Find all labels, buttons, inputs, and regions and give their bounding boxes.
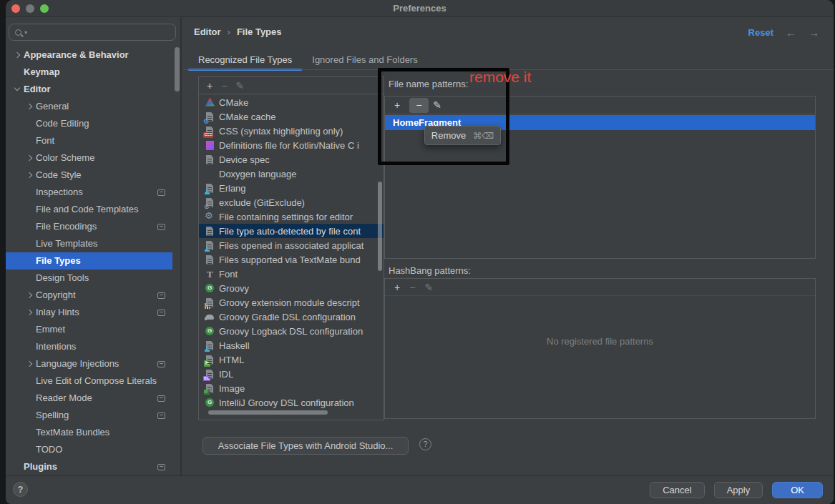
sidebar-item-todo[interactable]: TODO (6, 441, 172, 458)
file-type-label: Files supported via TextMate bund (219, 255, 361, 265)
file-type-label: CMake (219, 97, 248, 108)
chart-icon (205, 297, 215, 308)
chevron-expanded-icon[interactable] (14, 85, 20, 91)
file-type-row[interactable]: HHTML (199, 352, 384, 367)
sidebar-item-live-edit-of-compose-literals[interactable]: Live Edit of Compose Literals (6, 372, 172, 390)
hashbang-patterns-label: HashBang patterns: (389, 265, 471, 276)
ok-button[interactable]: OK (772, 482, 823, 498)
sidebar-item-label: Design Tools (36, 270, 89, 287)
sidebar-item-file-and-code-templates[interactable]: File and Code Templates (6, 201, 172, 218)
sidebar-item-appearance-behavior[interactable]: Appearance & Behavior (6, 46, 172, 64)
sidebar-item-intentions[interactable]: Intentions (6, 338, 172, 355)
file-type-row[interactable]: Doxygen language (199, 167, 384, 181)
chevron-collapsed-icon[interactable] (26, 361, 32, 367)
reset-link[interactable]: Reset (748, 27, 773, 38)
file-type-row[interactable]: Definitions file for Kotlin/Native C i (199, 138, 384, 152)
file-name-patterns-panel: + − ✎ HomeFragment (384, 96, 816, 259)
file-type-row[interactable]: IntelliJ Groovy DSL configuration (199, 395, 384, 410)
chevron-collapsed-icon[interactable] (26, 310, 32, 315)
file-type-row[interactable]: Groovy Logback DSL configuration (199, 324, 384, 338)
file-icon (205, 226, 215, 237)
sidebar-item-font[interactable]: Font (6, 132, 172, 149)
sidebar-item-file-types[interactable]: File Types (6, 252, 172, 270)
context-menu-remove[interactable]: Remove (431, 130, 466, 141)
file-type-row[interactable]: Haskell (199, 338, 384, 352)
file-type-row[interactable]: Erlang (199, 181, 384, 195)
sidebar-item-reader-mode[interactable]: Reader Mode (6, 390, 172, 407)
context-menu-shortcut: ⌘⌫ (473, 131, 494, 141)
help-button[interactable]: ? (13, 482, 28, 497)
preferences-dialog: Preferences ▾ Appearance & BehaviorKeyma… (6, 0, 834, 504)
sidebar-item-keymap[interactable]: Keymap (6, 64, 172, 81)
file-type-label: Font (219, 269, 238, 280)
file-gear-icon: ⚙ (205, 112, 215, 122)
file-type-label: Groovy Gradle DSL configuration (219, 312, 356, 322)
cancel-button[interactable]: Cancel (650, 482, 704, 498)
file-type-row[interactable]: Files supported via TextMate bund (199, 252, 384, 267)
sidebar-item-code-editing[interactable]: Code Editing (6, 115, 172, 132)
chevron-collapsed-icon[interactable] (26, 292, 32, 298)
settings-badge-icon (157, 395, 165, 402)
file-type-row[interactable]: File type auto-detected by file cont (199, 224, 384, 238)
sidebar-item-general[interactable]: General (6, 98, 172, 115)
file-type-row[interactable]: Font (199, 267, 384, 281)
sidebar-item-inlay-hints[interactable]: Inlay Hints (6, 304, 172, 321)
sidebar-item-emmet[interactable]: Emmet (6, 321, 172, 338)
file-type-row[interactable]: Groovy (199, 281, 384, 295)
chevron-collapsed-icon[interactable] (26, 172, 32, 178)
back-arrow-icon[interactable]: ← (786, 26, 796, 39)
file-type-label: Haskell (219, 340, 250, 351)
file-type-row[interactable]: CSSCSS (syntax highlighting only) (199, 124, 384, 138)
file-type-row[interactable]: CMake (199, 95, 384, 109)
hashbang-patterns-panel: + − ✎ No registered file patterns (384, 278, 816, 419)
tab-recognized-file-types[interactable]: Recognized File Types (188, 51, 302, 70)
edit-pattern-icon[interactable]: ✎ (433, 100, 441, 110)
sidebar-item-label: Plugins (24, 458, 57, 475)
groovy-icon (205, 326, 215, 337)
remove-pattern-icon[interactable]: − (409, 98, 429, 113)
file-type-row[interactable]: ⊘exclude (GitExclude) (199, 195, 384, 209)
sidebar-item-inspections[interactable]: Inspections (6, 184, 172, 201)
settings-tree: Appearance & BehaviorKeymapEditorGeneral… (6, 46, 180, 475)
sidebar-item-design-tools[interactable]: Design Tools (6, 270, 172, 287)
forward-arrow-icon[interactable]: → (809, 26, 819, 39)
sidebar-item-language-injections[interactable]: Language Injections (6, 355, 172, 372)
file-type-row[interactable]: Groovy extension module descript (199, 295, 384, 310)
file-type-row[interactable]: IDLIDL (199, 367, 384, 381)
sidebar-item-copyright[interactable]: Copyright (6, 287, 172, 304)
file-type-row[interactable]: Groovy Gradle DSL configuration (199, 310, 384, 324)
edit-file-type-icon: ✎ (235, 81, 244, 91)
tab-ignored-files-and-folders[interactable]: Ignored Files and Folders (302, 51, 427, 70)
sidebar-scrollbar[interactable] (175, 47, 180, 92)
breadcrumb-editor[interactable]: Editor (194, 26, 221, 37)
chevron-collapsed-icon[interactable] (14, 52, 20, 58)
sidebar-item-live-templates[interactable]: Live Templates (6, 235, 172, 252)
search-input[interactable]: ▾ (9, 24, 176, 41)
file-exclude-icon: ⊘ (205, 197, 215, 208)
sidebar-item-file-encodings[interactable]: File Encodings (6, 218, 172, 235)
sidebar-item-plugins[interactable]: Plugins (6, 458, 172, 475)
sidebar-item-spelling[interactable]: Spelling (6, 407, 172, 424)
apply-button[interactable]: Apply (714, 482, 763, 498)
chevron-collapsed-icon[interactable] (26, 155, 32, 161)
file-types-vertical-scrollbar[interactable] (378, 182, 382, 271)
sidebar-item-color-scheme[interactable]: Color Scheme (6, 149, 172, 167)
file-type-row[interactable]: File containing settings for editor (199, 209, 384, 224)
file-type-row[interactable]: Image (199, 381, 384, 395)
file-type-row[interactable]: Files opened in associated applicat (199, 238, 384, 252)
add-file-type-icon[interactable]: + (207, 81, 213, 91)
title-bar: Preferences (6, 0, 834, 17)
associate-help-icon[interactable]: ? (419, 438, 431, 450)
sidebar-item-label: General (36, 98, 69, 115)
file-type-row[interactable]: Device spec (199, 152, 384, 167)
sidebar-item-editor[interactable]: Editor (6, 81, 172, 98)
chevron-collapsed-icon[interactable] (26, 104, 32, 109)
sidebar-item-textmate-bundles[interactable]: TextMate Bundles (6, 424, 172, 441)
add-pattern-icon[interactable]: + (394, 100, 400, 110)
add-hashbang-icon[interactable]: + (394, 282, 400, 292)
groovy-icon (205, 283, 215, 294)
associate-file-types-button[interactable]: Associate File Types with Android Studio… (202, 437, 409, 455)
sidebar-item-code-style[interactable]: Code Style (6, 167, 172, 184)
file-types-horizontal-scrollbar[interactable] (208, 410, 328, 415)
file-type-row[interactable]: ⚙CMake cache (199, 109, 384, 124)
